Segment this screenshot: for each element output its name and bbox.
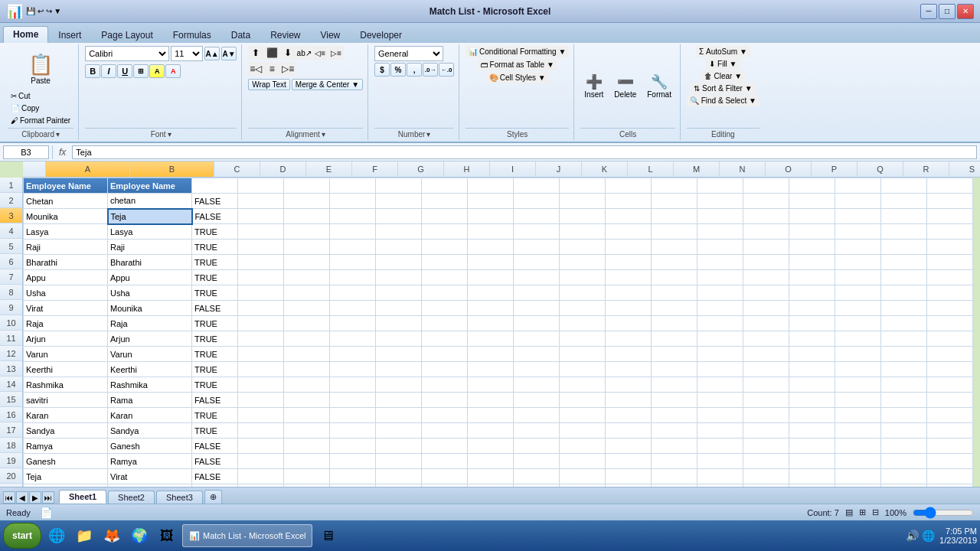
cell-P15[interactable]	[789, 393, 835, 408]
cell-Q10[interactable]	[835, 316, 881, 331]
cell-C16[interactable]: TRUE	[192, 408, 238, 423]
cell-Q18[interactable]	[835, 439, 881, 454]
cell-O13[interactable]	[743, 362, 789, 377]
cell-L7[interactable]	[606, 270, 652, 285]
insert-button[interactable]: ➕ Insert	[580, 71, 607, 101]
underline-button[interactable]: U	[117, 64, 132, 78]
cell-I12[interactable]	[468, 347, 514, 362]
minimize-button[interactable]: ─	[920, 4, 937, 19]
cell-B12[interactable]: Varun	[108, 347, 192, 362]
cell-D6[interactable]	[238, 255, 284, 270]
cell-G12[interactable]	[376, 347, 422, 362]
col-header-R[interactable]: R	[903, 161, 949, 177]
cell-B8[interactable]: Usha	[108, 285, 192, 301]
cell-H2[interactable]	[422, 194, 468, 209]
cell-L20[interactable]	[606, 469, 652, 484]
row-header-6[interactable]: 6	[0, 254, 22, 269]
cell-C3[interactable]: FALSE	[192, 209, 238, 224]
text-angle-button[interactable]: ab↗	[296, 46, 312, 60]
bold-button[interactable]: B	[85, 64, 100, 78]
cell-H13[interactable]	[422, 362, 468, 377]
font-expand-icon[interactable]: ▾	[168, 130, 172, 139]
cell-R15[interactable]	[881, 393, 927, 408]
cell-N11[interactable]	[697, 331, 743, 347]
cell-H3[interactable]	[422, 209, 468, 224]
taskbar-other-icon[interactable]: 🖥	[315, 523, 340, 548]
cell-J7[interactable]	[514, 270, 560, 285]
cell-B1[interactable]: Employee Name	[108, 178, 192, 194]
add-sheet-button[interactable]: ⊕	[204, 490, 222, 504]
cell-B3[interactable]: Teja	[108, 209, 192, 224]
col-header-Q[interactable]: Q	[858, 161, 903, 177]
cell-L3[interactable]	[606, 209, 652, 224]
cell-L4[interactable]	[606, 224, 652, 240]
cell-L12[interactable]	[606, 347, 652, 362]
cell-H11[interactable]	[422, 331, 468, 347]
cell-J6[interactable]	[514, 255, 560, 270]
cell-G19[interactable]	[376, 454, 422, 469]
cell-J3[interactable]	[514, 209, 560, 224]
cell-L16[interactable]	[606, 408, 652, 423]
cell-B16[interactable]: Karan	[108, 408, 192, 423]
cell-L11[interactable]	[606, 331, 652, 347]
view-normal-icon[interactable]: ▤	[845, 507, 853, 517]
cell-I9[interactable]	[468, 301, 514, 316]
cell-M20[interactable]	[652, 469, 697, 484]
cell-C1[interactable]	[192, 178, 238, 194]
row-header-7[interactable]: 7	[0, 269, 22, 285]
cell-F18[interactable]	[330, 439, 376, 454]
row-header-9[interactable]: 9	[0, 300, 22, 315]
cell-I5[interactable]	[468, 240, 514, 255]
cell-H15[interactable]	[422, 393, 468, 408]
cell-H17[interactable]	[422, 423, 468, 439]
taskbar-chrome-icon[interactable]: 🌍	[127, 523, 152, 548]
cell-G4[interactable]	[376, 224, 422, 240]
cell-D14[interactable]	[238, 377, 284, 393]
cell-C15[interactable]: FALSE	[192, 393, 238, 408]
col-header-N[interactable]: N	[720, 161, 766, 177]
tab-home[interactable]: Home	[3, 26, 48, 43]
cell-C7[interactable]: TRUE	[192, 270, 238, 285]
cell-O8[interactable]	[743, 285, 789, 301]
cell-F2[interactable]	[330, 194, 376, 209]
cell-K1[interactable]	[560, 178, 606, 194]
cell-G7[interactable]	[376, 270, 422, 285]
paste-button[interactable]: 📋 Paste	[23, 49, 58, 89]
cell-S20[interactable]	[927, 469, 973, 484]
cell-K17[interactable]	[560, 423, 606, 439]
row-header-12[interactable]: 12	[0, 346, 22, 361]
cell-J15[interactable]	[514, 393, 560, 408]
cell-Q5[interactable]	[835, 240, 881, 255]
col-header-B[interactable]: B	[130, 161, 214, 177]
cell-O6[interactable]	[743, 255, 789, 270]
alignment-expand-icon[interactable]: ▾	[322, 130, 325, 139]
cell-P13[interactable]	[789, 362, 835, 377]
col-header-G[interactable]: G	[398, 161, 444, 177]
cell-J19[interactable]	[514, 454, 560, 469]
cell-H20[interactable]	[422, 469, 468, 484]
cell-S13[interactable]	[927, 362, 973, 377]
cell-M5[interactable]	[652, 240, 697, 255]
sheet-tab-1[interactable]: Sheet1	[59, 490, 106, 504]
cell-B11[interactable]: Arjun	[108, 331, 192, 347]
conditional-formatting-button[interactable]: 📊 Conditional Formatting ▼	[466, 46, 569, 57]
cell-C19[interactable]: FALSE	[192, 454, 238, 469]
row-header-14[interactable]: 14	[0, 377, 22, 392]
cell-H16[interactable]	[422, 408, 468, 423]
col-header-M[interactable]: M	[674, 161, 720, 177]
cell-N13[interactable]	[697, 362, 743, 377]
row-header-11[interactable]: 11	[0, 331, 22, 346]
cell-A4[interactable]: Lasya	[24, 224, 108, 240]
cell-G14[interactable]	[376, 377, 422, 393]
row-header-15[interactable]: 15	[0, 392, 22, 407]
cell-G3[interactable]	[376, 209, 422, 224]
cell-K3[interactable]	[560, 209, 606, 224]
percent-button[interactable]: %	[390, 63, 406, 77]
format-painter-button[interactable]: 🖌 Format Painter	[8, 115, 74, 126]
cell-K6[interactable]	[560, 255, 606, 270]
cell-K10[interactable]	[560, 316, 606, 331]
cell-J20[interactable]	[514, 469, 560, 484]
cell-K16[interactable]	[560, 408, 606, 423]
cell-D17[interactable]	[238, 423, 284, 439]
cell-S19[interactable]	[927, 454, 973, 469]
